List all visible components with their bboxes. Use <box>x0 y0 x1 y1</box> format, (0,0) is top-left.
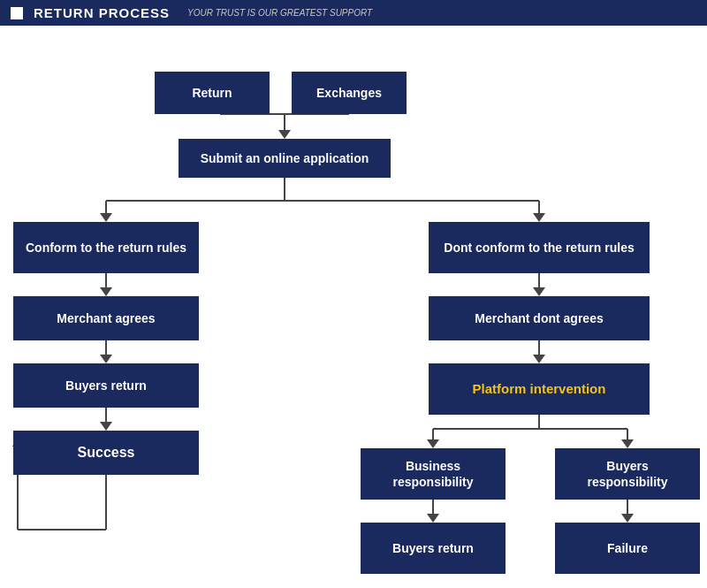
svg-marker-8 <box>533 213 545 222</box>
return-node: Return <box>155 72 270 114</box>
platform-node: Platform intervention <box>429 363 650 415</box>
svg-marker-10 <box>100 287 112 296</box>
svg-marker-23 <box>533 355 545 363</box>
svg-marker-14 <box>100 422 112 431</box>
failure-node: Failure <box>555 523 700 574</box>
svg-marker-33 <box>621 514 634 523</box>
svg-marker-27 <box>427 439 439 448</box>
merchant-agrees-node: Merchant agrees <box>13 296 199 340</box>
buyers-return-right-node: Buyers return <box>361 523 506 574</box>
svg-marker-2 <box>278 130 291 139</box>
header-square <box>11 7 23 19</box>
svg-marker-29 <box>621 439 634 448</box>
svg-marker-31 <box>427 514 439 523</box>
merchant-dont-node: Merchant dont agrees <box>429 296 650 340</box>
svg-marker-6 <box>100 213 112 222</box>
exchanges-node: Exchanges <box>292 72 407 114</box>
buyers-resp-node: Buyers responsibility <box>555 448 700 500</box>
success-node: Success <box>13 431 199 475</box>
buyers-return-left-node: Buyers return <box>13 363 199 408</box>
conform-node: Conform to the return rules <box>13 222 199 273</box>
header: RETURN PROCESS YOUR TRUST IS OUR GREATES… <box>0 0 707 26</box>
svg-marker-21 <box>533 287 545 296</box>
dont-conform-node: Dont conform to the return rules <box>429 222 650 273</box>
business-resp-node: Business responsibility <box>361 448 506 500</box>
svg-marker-12 <box>100 355 112 363</box>
header-subtitle: YOUR TRUST IS OUR GREATEST SUPPORT <box>187 8 372 18</box>
submit-node: Submit an online application <box>179 139 391 178</box>
header-title: RETURN PROCESS <box>34 5 170 20</box>
